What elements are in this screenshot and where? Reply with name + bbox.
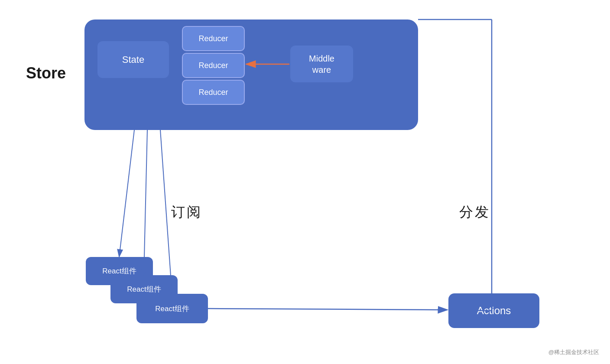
subscribe-label: 订阅: [171, 203, 202, 222]
store-label: Store: [26, 64, 66, 82]
reducer-box-2: Reducer: [182, 53, 245, 78]
reducer-box-3: Reducer: [182, 80, 245, 105]
diagram-container: Store State Reducer Reducer Reducer Midd…: [0, 0, 610, 364]
svg-line-10: [208, 309, 448, 310]
watermark: @稀土掘金技术社区: [548, 348, 599, 356]
reducer-group: Reducer Reducer Reducer: [182, 26, 245, 105]
svg-line-9: [160, 130, 172, 294]
svg-line-7: [119, 130, 134, 257]
actions-box: Actions: [448, 293, 539, 328]
dispatch-label: 分发: [459, 203, 490, 222]
reducer-box-1: Reducer: [182, 26, 245, 51]
state-box: State: [97, 41, 169, 78]
middleware-box: Middleware: [290, 46, 353, 82]
react-component-3: React组件: [136, 294, 208, 323]
svg-line-8: [144, 130, 147, 275]
